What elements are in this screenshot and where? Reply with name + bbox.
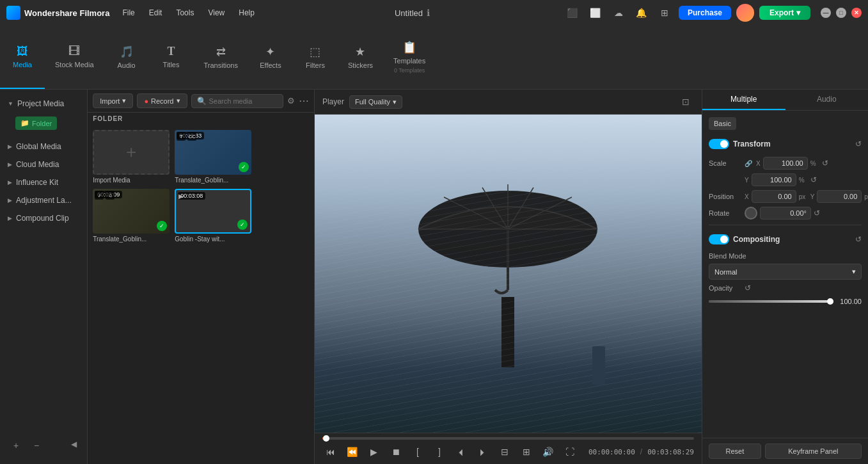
progress-handle[interactable]	[323, 435, 329, 442]
fullscreen-icon[interactable]: ⬜	[587, 4, 604, 22]
add-folder-icon[interactable]: +	[8, 437, 24, 454]
filter-icon[interactable]: ⚙	[287, 96, 295, 106]
opacity-handle[interactable]	[827, 298, 833, 305]
rotate-reset-icon[interactable]: ↺	[814, 209, 820, 218]
opacity-slider[interactable]	[709, 300, 833, 303]
prev-frame-button[interactable]: ⏴	[453, 444, 470, 460]
frame-back-button[interactable]: ⏪	[344, 444, 361, 460]
current-time: 00:00:00:00	[588, 448, 635, 456]
reset-button[interactable]: Reset	[709, 444, 761, 459]
tab-stock-media[interactable]: 🎞 Stock Media	[45, 26, 104, 89]
tab-audio[interactable]: 🎵 Audio	[104, 26, 149, 89]
avatar[interactable]	[736, 4, 754, 22]
compositing-toggle[interactable]	[709, 234, 729, 244]
menu-view[interactable]: View	[201, 6, 231, 20]
play-button[interactable]: ▶	[366, 444, 383, 460]
more-icon[interactable]: ⋯	[299, 95, 309, 107]
basic-badge: Basic	[709, 117, 736, 130]
import-chevron-icon: ▾	[122, 97, 126, 105]
media-item-clip2[interactable]: 00:03:09 ♪ ♫ ✓ Translate_Goblin...	[93, 189, 170, 243]
clip2-audio-icon: ♪	[95, 191, 104, 200]
tab-effects[interactable]: ✦ Effects	[248, 26, 293, 89]
screen-button[interactable]: ⊟	[496, 444, 513, 460]
position-y-input[interactable]	[817, 190, 862, 203]
scale-link-icon[interactable]: 🔗	[745, 160, 752, 167]
tab-audio-panel[interactable]: Audio	[785, 90, 869, 110]
search-box[interactable]: 🔍	[191, 94, 283, 108]
keyframe-panel-button[interactable]: Keyframe Panel	[765, 444, 862, 459]
progress-bar[interactable]	[322, 437, 694, 440]
export-button[interactable]: Export ▾	[759, 6, 810, 20]
templates-tab-label: Templates	[393, 57, 425, 65]
collapse-sidebar-button[interactable]: ◀	[68, 437, 79, 454]
menu-edit[interactable]: Edit	[143, 6, 169, 20]
menu-file[interactable]: File	[116, 6, 141, 20]
minimize-button[interactable]: —	[821, 8, 831, 18]
search-icon: 🔍	[197, 97, 207, 106]
cloud-media-arrow: ▶	[8, 161, 12, 168]
scale-x-reset-icon[interactable]: ↺	[822, 159, 828, 168]
tab-titles[interactable]: T Titles	[149, 26, 194, 89]
skip-back-button[interactable]: ⏮	[322, 444, 339, 460]
folder-button[interactable]: 📁 Folder	[15, 116, 57, 130]
menu-help[interactable]: Help	[232, 6, 261, 20]
purchase-button[interactable]: Purchase	[679, 6, 731, 20]
multiple-tab-label: Multiple	[730, 95, 757, 104]
sidebar-item-adjustment-la[interactable]: ▶ Adjustment La...	[0, 191, 87, 209]
media-toolbar: 🖼 Media 🎞 Stock Media 🎵 Audio T Titles ⇄…	[0, 26, 868, 90]
volume-button[interactable]: 🔊	[540, 444, 556, 460]
opacity-reset-icon[interactable]: ↺	[745, 284, 751, 292]
stop-button[interactable]: ⏹	[388, 444, 404, 460]
sidebar-item-influence-kit[interactable]: ▶ Influence Kit	[0, 173, 87, 191]
fullscreen-preview-button[interactable]: ⛶	[562, 444, 578, 460]
bell-icon[interactable]: 🔔	[633, 4, 651, 22]
tab-stickers[interactable]: ★ Stickers	[338, 26, 383, 89]
search-input[interactable]	[209, 97, 278, 105]
mark-out-button[interactable]: ]	[431, 444, 448, 460]
tab-transitions[interactable]: ⇄ Transitions	[194, 26, 248, 89]
sidebar-item-global-media[interactable]: ▶ Global Media	[0, 138, 87, 156]
restore-icon[interactable]: ⬛	[564, 4, 581, 22]
record-button[interactable]: ● Record ▾	[137, 93, 187, 108]
sidebar-item-cloud-media[interactable]: ▶ Cloud Media	[0, 156, 87, 173]
rotate-dial[interactable]	[745, 207, 757, 220]
import-media-item[interactable]: + Import Media	[93, 130, 170, 184]
remove-folder-icon[interactable]: −	[28, 437, 45, 454]
folder-icon: 📁	[20, 119, 29, 127]
tab-filters[interactable]: ⬚ Filters	[293, 26, 338, 89]
media-tab-label: Media	[13, 61, 32, 68]
preview-expand-icon[interactable]: ⊡	[677, 93, 694, 110]
rotate-input[interactable]	[760, 207, 811, 220]
next-frame-button[interactable]: ⏵	[475, 444, 491, 460]
info-icon[interactable]: ℹ	[427, 8, 430, 18]
tab-media[interactable]: 🖼 Media	[0, 26, 45, 89]
maximize-button[interactable]: □	[836, 8, 846, 18]
import-button[interactable]: Import ▾	[93, 93, 133, 108]
close-button[interactable]: ✕	[851, 8, 862, 18]
grid-icon[interactable]: ⊞	[656, 4, 674, 22]
position-x-input[interactable]	[752, 190, 796, 203]
media-item-clip3[interactable]: 00:03:08 ▶ ✓ Goblin -Stay wit...	[175, 189, 251, 243]
scale-y-input[interactable]	[752, 173, 796, 186]
quality-select[interactable]: Full Quality ▾	[349, 95, 402, 109]
sidebar-item-compound-clip[interactable]: ▶ Compound Clip	[0, 209, 87, 227]
compositing-section-toggle[interactable]: Compositing ↺	[709, 230, 862, 248]
opacity-slider-row: 100.00	[709, 298, 862, 305]
scale-y-reset-icon[interactable]: ↺	[810, 175, 817, 184]
blend-mode-select[interactable]: Normal ▾	[709, 264, 862, 280]
tab-templates[interactable]: 📋 Templates 0 Templates	[383, 26, 436, 89]
compositing-reset-icon[interactable]: ↺	[855, 235, 862, 244]
menu-tools[interactable]: Tools	[170, 6, 200, 20]
mark-in-button[interactable]: [	[409, 444, 426, 460]
sidebar-item-project-media[interactable]: ▼ Project Media	[0, 95, 87, 113]
transform-reset-icon[interactable]: ↺	[855, 140, 862, 148]
media-item-clip1[interactable]: 00:02:33 T CC ✓ Translate_Goblin...	[175, 130, 251, 184]
pip-button[interactable]: ⊞	[518, 444, 535, 460]
transform-toggle[interactable]	[709, 139, 729, 149]
cloud-icon[interactable]: ☁	[610, 4, 627, 22]
scale-x-input[interactable]	[763, 157, 808, 170]
transform-section-toggle[interactable]: Transform ↺	[709, 135, 862, 153]
tab-multiple[interactable]: Multiple	[702, 90, 785, 110]
rotate-row: Rotate ↺	[709, 207, 862, 220]
app-logo-icon	[6, 6, 20, 20]
